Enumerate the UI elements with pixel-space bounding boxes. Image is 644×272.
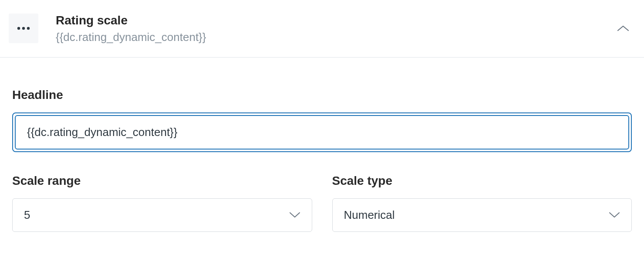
headline-label: Headline — [12, 88, 632, 102]
scale-row: Scale range 5 Scale type Numerical — [12, 174, 632, 232]
header-titles: Rating scale {{dc.rating_dynamic_content… — [56, 13, 615, 44]
collapse-button[interactable] — [615, 20, 631, 36]
svg-point-2 — [27, 27, 30, 30]
headline-input[interactable] — [15, 115, 629, 150]
svg-point-0 — [17, 27, 20, 30]
chevron-down-icon — [609, 212, 620, 218]
scale-type-label: Scale type — [332, 174, 632, 188]
chevron-up-icon — [617, 25, 629, 32]
scale-type-select[interactable]: Numerical — [332, 198, 632, 232]
drag-handle[interactable] — [9, 14, 38, 43]
scale-type-col: Scale type Numerical — [332, 174, 632, 232]
svg-point-1 — [22, 27, 25, 30]
scale-type-value: Numerical — [344, 208, 395, 222]
scale-range-value: 5 — [24, 208, 30, 222]
headline-input-focusring — [12, 112, 632, 152]
section-body: Headline Scale range 5 Scale type Numeri… — [0, 58, 644, 245]
scale-range-col: Scale range 5 — [12, 174, 312, 232]
scale-range-label: Scale range — [12, 174, 312, 188]
scale-range-select[interactable]: 5 — [12, 198, 312, 232]
section-header: Rating scale {{dc.rating_dynamic_content… — [0, 0, 644, 58]
section-subtitle: {{dc.rating_dynamic_content}} — [56, 31, 615, 44]
section-title: Rating scale — [56, 13, 615, 28]
chevron-down-icon — [289, 212, 300, 218]
more-horizontal-icon — [17, 27, 30, 30]
